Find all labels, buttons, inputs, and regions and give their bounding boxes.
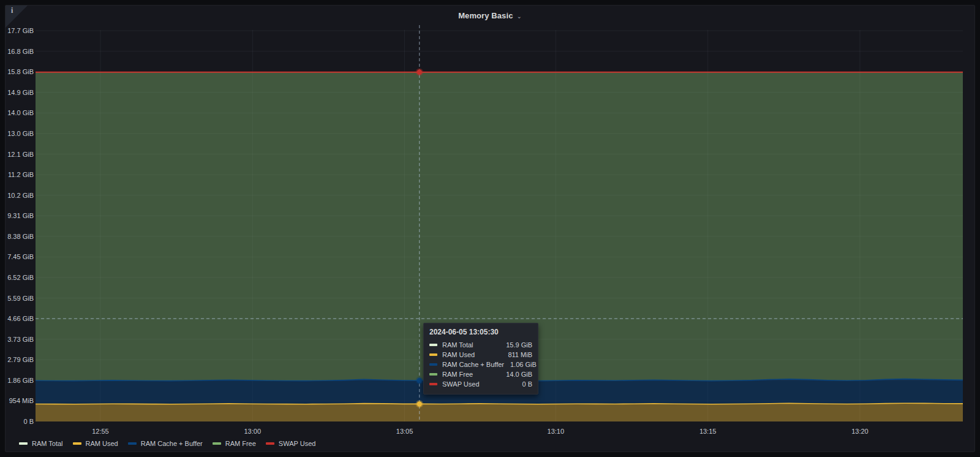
legend: RAM TotalRAM UsedRAM Cache + BufferRAM F… — [19, 440, 325, 447]
legend-label: RAM Free — [225, 440, 256, 447]
tooltip-timestamp: 2024-06-05 13:05:30 — [429, 328, 532, 336]
chevron-down-icon[interactable]: ⌄ — [516, 13, 521, 20]
tooltip-row: RAM Used811 MiB — [429, 350, 532, 360]
y-axis-label: 4.66 GiB — [6, 315, 34, 322]
info-icon[interactable]: i — [11, 6, 13, 15]
y-axis-label: 1.86 GiB — [6, 377, 34, 384]
y-axis-label: 0 B — [6, 418, 34, 425]
x-axis-label: 13:20 — [851, 428, 869, 435]
panel-title[interactable]: Memory Basic — [458, 11, 513, 20]
tooltip-row: RAM Total15.9 GiB — [429, 340, 532, 350]
panel-header[interactable]: Memory Basic ⌄ — [6, 6, 974, 25]
tooltip-series-swatch — [429, 363, 437, 366]
tooltip-series-name: RAM Used — [442, 351, 502, 358]
area-ram-used — [36, 403, 963, 421]
y-axis-label: 17.7 GiB — [6, 27, 34, 34]
legend-swatch — [73, 442, 81, 445]
tooltip-series-value: 811 MiB — [508, 351, 532, 358]
legend-item[interactable]: RAM Used — [73, 440, 118, 447]
y-axis-label: 3.73 GiB — [6, 336, 34, 343]
x-axis-label: 13:15 — [699, 428, 717, 435]
tooltip-row: RAM Cache + Buffer1.06 GiB — [429, 360, 532, 369]
legend-swatch — [19, 442, 28, 445]
tooltip-series-value: 1.06 GiB — [510, 361, 537, 368]
y-axis-label: 14.0 GiB — [6, 109, 34, 116]
tooltip-series-value: 14.0 GiB — [506, 371, 532, 378]
tooltip-series-swatch — [429, 383, 437, 385]
legend-item[interactable]: RAM Free — [213, 440, 256, 447]
legend-item[interactable]: RAM Total — [19, 440, 63, 447]
legend-swatch — [213, 442, 221, 445]
y-axis-label: 954 MiB — [6, 397, 34, 404]
tooltip-series-swatch — [429, 373, 437, 376]
hover-point-swap-total — [417, 69, 422, 74]
legend-swatch — [128, 442, 137, 445]
y-axis-label: 7.45 GiB — [6, 253, 34, 260]
y-axis-label: 9.31 GiB — [6, 212, 34, 219]
legend-label: RAM Used — [86, 440, 118, 447]
hover-point-used — [417, 401, 422, 406]
x-axis-label: 13:05 — [396, 428, 413, 435]
y-axis-label: 5.59 GiB — [6, 295, 34, 302]
tooltip-series-name: RAM Free — [442, 371, 500, 378]
x-axis-label: 12:55 — [92, 428, 109, 435]
legend-item[interactable]: RAM Cache + Buffer — [128, 440, 203, 447]
tooltip-series-swatch — [429, 353, 437, 356]
tooltip-series-value: 0 B — [522, 380, 532, 388]
y-axis-label: 8.38 GiB — [6, 233, 34, 240]
tooltip-series-swatch — [429, 344, 437, 346]
y-axis-label: 2.79 GiB — [6, 356, 34, 363]
y-axis-label: 11.2 GiB — [6, 171, 34, 178]
grafana-dashboard: { "header": { "title": "Memory Basic" },… — [0, 0, 980, 457]
tooltip-series-name: RAM Cache + Buffer — [442, 361, 504, 368]
y-axis-label: 15.8 GiB — [6, 68, 34, 75]
y-axis-label: 14.9 GiB — [6, 89, 34, 96]
x-axis-label: 13:00 — [244, 428, 262, 435]
legend-label: RAM Total — [32, 440, 63, 447]
legend-swatch — [266, 442, 274, 445]
tooltip-row: RAM Free14.0 GiB — [429, 369, 532, 379]
tooltip-row: SWAP Used0 B — [429, 379, 532, 389]
x-axis-label: 13:10 — [548, 428, 565, 435]
y-axis-label: 6.52 GiB — [6, 274, 34, 281]
tooltip-series-value: 15.9 GiB — [506, 341, 532, 349]
tooltip-series-name: SWAP Used — [442, 380, 516, 388]
y-axis-label: 12.1 GiB — [6, 151, 34, 158]
legend-label: RAM Cache + Buffer — [141, 440, 203, 447]
legend-item[interactable]: SWAP Used — [266, 440, 316, 447]
y-axis-label: 16.8 GiB — [6, 48, 34, 55]
tooltip-series-name: RAM Total — [442, 341, 500, 349]
legend-label: SWAP Used — [279, 440, 316, 447]
hover-point-cache — [417, 378, 422, 383]
y-axis-label: 10.2 GiB — [6, 192, 34, 199]
chart-tooltip: 2024-06-05 13:05:30 RAM Total15.9 GiBRAM… — [423, 323, 538, 395]
y-axis-label: 13.0 GiB — [6, 130, 34, 137]
memory-basic-panel: i Memory Basic ⌄ 17.7 GiB16.8 GiB15.8 Gi… — [5, 5, 975, 452]
